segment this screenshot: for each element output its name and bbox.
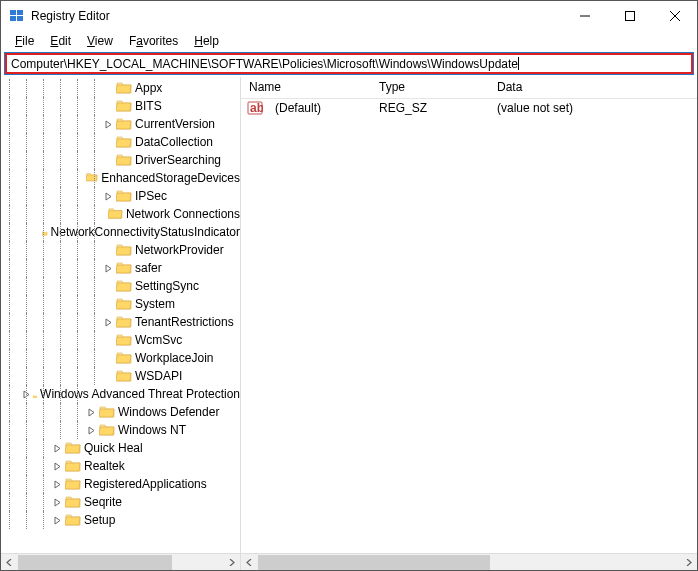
close-button[interactable] [652, 1, 697, 31]
tree-guides [1, 169, 76, 187]
chevron-right-icon[interactable] [86, 407, 97, 418]
expander-placeholder [36, 227, 40, 238]
tree-scroll[interactable]: AppxBITSCurrentVersionDataCollectionDriv… [1, 77, 240, 553]
tree-guides [1, 367, 103, 385]
tree-item[interactable]: Network Connections [1, 205, 240, 223]
column-header-type[interactable]: Type [371, 77, 489, 98]
tree-item-label: TenantRestrictions [135, 315, 234, 329]
cell-name: (Default) [267, 101, 371, 115]
menu-help[interactable]: Help [188, 33, 225, 49]
tree-item-label: CurrentVersion [135, 117, 215, 131]
list-header: Name Type Data [241, 77, 697, 99]
tree-item[interactable]: Setup [1, 511, 240, 529]
chevron-right-icon[interactable] [103, 119, 114, 130]
tree-item[interactable]: EnhancedStorageDevices [1, 169, 240, 187]
tree-item-label: Appx [135, 81, 162, 95]
scroll-track[interactable] [18, 554, 223, 571]
list-horizontal-scrollbar[interactable] [241, 553, 697, 570]
tree-guides [1, 97, 103, 115]
tree-item-label: System [135, 297, 175, 311]
expander-placeholder [103, 335, 114, 346]
expander-placeholder [103, 281, 114, 292]
tree-item-label: EnhancedStorageDevices [101, 171, 240, 185]
menu-file[interactable]: File [9, 33, 40, 49]
scroll-thumb[interactable] [258, 555, 490, 570]
tree-item[interactable]: Seqrite [1, 493, 240, 511]
chevron-right-icon[interactable] [86, 425, 97, 436]
folder-icon [116, 135, 132, 149]
menu-view[interactable]: View [81, 33, 119, 49]
maximize-button[interactable] [607, 1, 652, 31]
chevron-right-icon[interactable] [52, 479, 63, 490]
tree-item-label: DataCollection [135, 135, 213, 149]
tree-item[interactable]: Appx [1, 79, 240, 97]
tree-guides [1, 187, 103, 205]
tree-item[interactable]: Windows Advanced Threat Protection [1, 385, 240, 403]
scroll-left-icon[interactable] [1, 554, 18, 571]
tree-item[interactable]: RegisteredApplications [1, 475, 240, 493]
tree-item[interactable]: IPSec [1, 187, 240, 205]
chevron-right-icon[interactable] [52, 497, 63, 508]
tree-item[interactable]: WcmSvc [1, 331, 240, 349]
tree-item[interactable]: Realtek [1, 457, 240, 475]
cell-data: (value not set) [489, 101, 581, 115]
tree-item[interactable]: DriverSearching [1, 151, 240, 169]
list-pane: Name Type Data ab(Default)REG_SZ(value n… [241, 77, 697, 570]
tree-item[interactable]: DataCollection [1, 133, 240, 151]
tree-item-label: Setup [84, 513, 115, 527]
chevron-right-icon[interactable] [52, 461, 63, 472]
tree-item[interactable]: CurrentVersion [1, 115, 240, 133]
tree-item[interactable]: Quick Heal [1, 439, 240, 457]
tree-item-label: Quick Heal [84, 441, 143, 455]
folder-icon [116, 99, 132, 113]
chevron-right-icon[interactable] [52, 515, 63, 526]
tree-guides [1, 205, 96, 223]
tree-item[interactable]: WorkplaceJoin [1, 349, 240, 367]
tree-item[interactable]: Windows Defender [1, 403, 240, 421]
scroll-track[interactable] [258, 554, 680, 571]
column-header-data[interactable]: Data [489, 77, 697, 98]
list-row[interactable]: ab(Default)REG_SZ(value not set) [241, 99, 697, 117]
chevron-right-icon[interactable] [103, 191, 114, 202]
chevron-right-icon[interactable] [52, 443, 63, 454]
tree-item-label: SettingSync [135, 279, 199, 293]
tree-guides [1, 79, 103, 97]
tree-item[interactable]: System [1, 295, 240, 313]
tree-item[interactable]: NetworkConnectivityStatusIndicator [1, 223, 240, 241]
svg-text:ab: ab [250, 101, 263, 115]
address-bar[interactable]: Computer\HKEY_LOCAL_MACHINE\SOFTWARE\Pol… [5, 53, 693, 74]
folder-icon [116, 81, 132, 95]
folder-icon [65, 477, 81, 491]
tree-item-label: Network Connections [126, 207, 240, 221]
tree-item[interactable]: SettingSync [1, 277, 240, 295]
tree-guides [1, 241, 103, 259]
column-header-name[interactable]: Name [241, 77, 371, 98]
svg-rect-0 [10, 10, 16, 15]
tree-item[interactable]: BITS [1, 97, 240, 115]
minimize-button[interactable] [562, 1, 607, 31]
scroll-right-icon[interactable] [223, 554, 240, 571]
tree-item[interactable]: TenantRestrictions [1, 313, 240, 331]
menu-favorites[interactable]: Favorites [123, 33, 184, 49]
scroll-thumb[interactable] [18, 555, 172, 570]
svg-rect-6 [625, 12, 634, 21]
tree-horizontal-scrollbar[interactable] [1, 553, 240, 570]
tree-item[interactable]: WSDAPI [1, 367, 240, 385]
tree-item[interactable]: NetworkProvider [1, 241, 240, 259]
chevron-right-icon[interactable] [103, 317, 114, 328]
address-text: Computer\HKEY_LOCAL_MACHINE\SOFTWARE\Pol… [11, 57, 518, 71]
tree-item-label: NetworkProvider [135, 243, 224, 257]
tree-item[interactable]: safer [1, 259, 240, 277]
scroll-left-icon[interactable] [241, 554, 258, 571]
tree-guides [1, 439, 52, 457]
list-body[interactable]: ab(Default)REG_SZ(value not set) [241, 99, 697, 553]
expander-placeholder [96, 209, 106, 220]
tree-guides [1, 493, 52, 511]
expander-placeholder [103, 299, 114, 310]
tree-item[interactable]: Windows NT [1, 421, 240, 439]
tree-guides [1, 313, 103, 331]
chevron-right-icon[interactable] [103, 263, 114, 274]
menu-edit[interactable]: Edit [44, 33, 77, 49]
scroll-right-icon[interactable] [680, 554, 697, 571]
expander-placeholder [103, 83, 114, 94]
